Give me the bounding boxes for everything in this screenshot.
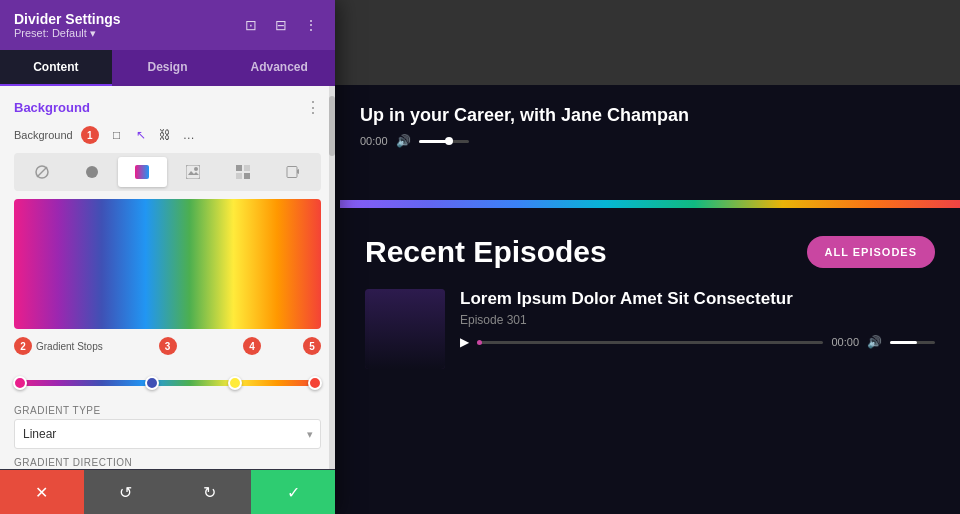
tab-advanced[interactable]: Advanced [223, 50, 335, 86]
svg-rect-6 [236, 165, 242, 171]
columns-icon[interactable]: ⊟ [271, 15, 291, 35]
stop-dot-2[interactable] [145, 376, 159, 390]
all-episodes-button[interactable]: ALL EPISODES [807, 236, 935, 268]
tab-design[interactable]: Design [112, 50, 224, 86]
svg-rect-4 [186, 165, 200, 179]
undo-icon: ↺ [119, 483, 132, 502]
svg-point-5 [194, 167, 198, 171]
stop-2[interactable] [145, 376, 159, 390]
panel-tabs: Content Design Advanced [0, 50, 335, 86]
gradient-direction-label: Gradient Direction [14, 457, 321, 468]
save-button[interactable]: ✓ [251, 470, 335, 514]
save-icon: ✓ [287, 483, 300, 502]
badge-5[interactable]: 5 [303, 337, 321, 355]
panel-content: Background ⋮ Background 1 □ ↖ ⛓ … [0, 86, 335, 469]
gradient-type-label: Gradient Type [14, 405, 321, 416]
panel-preset[interactable]: Preset: Default ▾ [14, 27, 121, 40]
stop-3[interactable] [228, 376, 242, 390]
episode-volume-icon: 🔊 [867, 335, 882, 349]
redo-button[interactable]: ↻ [168, 470, 252, 514]
svg-rect-9 [244, 173, 250, 179]
tab-content[interactable]: Content [0, 50, 112, 86]
stop-dot-4[interactable] [308, 376, 322, 390]
episode-thumbnail [365, 289, 445, 369]
volume-icon: 🔊 [396, 134, 411, 148]
episode-audio-track[interactable] [477, 341, 823, 344]
preview-hero [320, 0, 960, 85]
audio-time: 00:00 [360, 135, 388, 147]
svg-rect-3 [135, 165, 149, 179]
bg-dots-icon[interactable]: … [179, 125, 199, 145]
undo-button[interactable]: ↺ [84, 470, 168, 514]
bg-type-none[interactable] [18, 157, 66, 187]
recent-episodes-section: Recent Episodes ALL EPISODES Lorem Ipsum… [340, 215, 960, 389]
panel-scroll-thumb[interactable] [329, 96, 335, 156]
gradient-stops-area: 2 Gradient Stops 3 4 5 [14, 337, 321, 393]
badge-4[interactable]: 4 [243, 337, 261, 355]
stop-dot-3[interactable] [228, 376, 242, 390]
preview-episode-title: Up in your Career, with Jane Champan [360, 105, 940, 126]
panel-scrollbar[interactable] [329, 86, 335, 469]
episode-card: Lorem Ipsum Dolor Amet Sit Consectetur E… [365, 289, 935, 369]
preview-title-section: Up in your Career, with Jane Champan 00:… [340, 90, 960, 158]
episode-name: Lorem Ipsum Dolor Amet Sit Consectetur [460, 289, 935, 309]
episode-volume-track[interactable] [890, 341, 935, 344]
volume-thumb[interactable] [445, 137, 453, 145]
background-section-title: Background [14, 100, 90, 115]
episode-audio-time: 00:00 [831, 336, 859, 348]
bg-type-gradient[interactable] [118, 157, 166, 187]
stop-dot-1[interactable] [13, 376, 27, 390]
badge-2[interactable]: 2 [14, 337, 32, 355]
section-options-icon[interactable]: ⋮ [305, 98, 321, 117]
bg-none-icon[interactable]: □ [107, 125, 127, 145]
episode-play-icon[interactable]: ▶ [460, 335, 469, 349]
gradient-type-row: Gradient Type Linear Radial Conic [14, 405, 321, 449]
episode-number: Episode 301 [460, 313, 935, 327]
preview-audio-bar: 00:00 🔊 [360, 134, 940, 148]
stop-4[interactable] [308, 376, 322, 390]
badge-1[interactable]: 1 [81, 126, 99, 144]
bg-link-icon[interactable]: ⛓ [155, 125, 175, 145]
bg-type-icons: □ ↖ ⛓ … [107, 125, 199, 145]
svg-rect-7 [244, 165, 250, 171]
bg-type-image[interactable] [169, 157, 217, 187]
svg-line-1 [37, 167, 47, 177]
bg-type-video[interactable] [269, 157, 317, 187]
bg-label-row: Background 1 □ ↖ ⛓ … [14, 125, 321, 145]
gradient-direction-row: Gradient Direction 6 90deg [14, 457, 321, 469]
bg-type-pattern[interactable] [219, 157, 267, 187]
svg-rect-10 [287, 167, 297, 178]
panel-footer: ✕ ↺ ↻ ✓ [0, 469, 335, 514]
resize-icon[interactable]: ⊡ [241, 15, 261, 35]
background-label: Background [14, 129, 73, 141]
bg-type-selector [14, 153, 321, 191]
panel-header-icons: ⊡ ⊟ ⋮ [241, 15, 321, 35]
section-header: Background ⋮ [14, 98, 321, 117]
panel-title-area: Divider Settings Preset: Default ▾ [14, 11, 121, 40]
cancel-button[interactable]: ✕ [0, 470, 84, 514]
stops-header: 2 Gradient Stops 3 4 5 [14, 337, 321, 355]
gradient-stops-label: Gradient Stops [36, 341, 103, 352]
svg-rect-8 [236, 173, 242, 179]
more-icon[interactable]: ⋮ [301, 15, 321, 35]
gradient-stops-track [14, 380, 321, 386]
gradient-preview-box[interactable] [14, 199, 321, 329]
hero-image [320, 0, 960, 85]
gradient-stops-slider[interactable] [14, 373, 321, 393]
audio-volume-track[interactable] [419, 140, 469, 143]
bg-type-color[interactable] [68, 157, 116, 187]
svg-point-2 [86, 166, 98, 178]
gradient-type-select-wrapper: Linear Radial Conic [14, 419, 321, 449]
gradient-type-select[interactable]: Linear Radial Conic [14, 419, 321, 449]
settings-panel: Divider Settings Preset: Default ▾ ⊡ ⊟ ⋮… [0, 0, 335, 514]
recent-header: Recent Episodes ALL EPISODES [365, 235, 935, 269]
episode-info: Lorem Ipsum Dolor Amet Sit Consectetur E… [460, 289, 935, 349]
cancel-icon: ✕ [35, 483, 48, 502]
redo-icon: ↻ [203, 483, 216, 502]
episode-audio-bar: ▶ 00:00 🔊 [460, 335, 935, 349]
badge-3[interactable]: 3 [159, 337, 177, 355]
stop-badge-2-label: 2 Gradient Stops [14, 337, 103, 355]
bg-cursor-icon[interactable]: ↖ [131, 125, 151, 145]
stop-1[interactable] [13, 376, 27, 390]
recent-episodes-title: Recent Episodes [365, 235, 607, 269]
